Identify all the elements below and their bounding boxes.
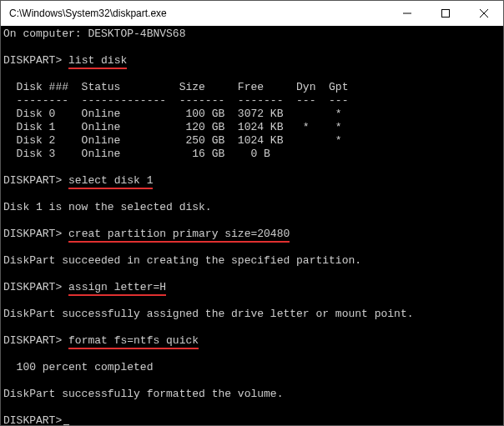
msg-create: DiskPart succeeded in creating the speci… [3, 254, 361, 267]
prompt: DISKPART> [3, 281, 62, 293]
minimize-icon [403, 9, 411, 18]
prompt: DISKPART> [3, 414, 62, 425]
titlebar[interactable]: C:\Windows\System32\diskpart.exe [1, 1, 503, 26]
prompt: DISKPART> [3, 54, 62, 67]
cmd-list-disk: list disk [68, 54, 127, 69]
table-row: Disk 3 Online 16 GB 0 B [3, 148, 270, 160]
cmd-create-partition: creat partition primary size=20480 [68, 228, 290, 243]
close-icon [480, 9, 488, 18]
msg-format: DiskPart successfully formatted the volu… [3, 388, 283, 400]
cursor [63, 424, 69, 425]
msg-progress: 100 percent completed [3, 361, 153, 373]
window-title: C:\Windows\System32\diskpart.exe [9, 8, 388, 19]
terminal-output[interactable]: On computer: DESKTOP-4BNVS68 DISKPART> l… [1, 26, 503, 425]
msg-assign: DiskPart successfully assigned the drive… [3, 308, 413, 320]
cmd-format: format fs=ntfs quick [68, 334, 199, 349]
table-divider: -------- ------------- ------- ------- -… [3, 94, 348, 107]
table-header: Disk ### Status Size Free Dyn Gpt [3, 81, 348, 93]
cmd-select-disk: select disk 1 [68, 174, 153, 189]
minimize-button[interactable] [388, 1, 426, 26]
table-row: Disk 2 Online 250 GB 1024 KB * [3, 134, 342, 147]
table-row: Disk 0 Online 100 GB 3072 KB * [3, 108, 342, 120]
maximize-icon [441, 9, 450, 18]
maximize-button[interactable] [426, 1, 465, 26]
close-button[interactable] [465, 1, 503, 26]
window-controls [388, 1, 503, 26]
prompt: DISKPART> [3, 334, 62, 347]
prompt: DISKPART> [3, 228, 62, 240]
prompt: DISKPART> [3, 174, 62, 187]
cmd-assign-letter: assign letter=H [68, 281, 166, 296]
computer-line: On computer: DESKTOP-4BNVS68 [3, 28, 185, 40]
svg-rect-1 [442, 10, 450, 18]
table-row: Disk 1 Online 120 GB 1024 KB * * [3, 121, 342, 133]
diskpart-window: C:\Windows\System32\diskpart.exe On comp… [0, 0, 504, 426]
msg-select: Disk 1 is now the selected disk. [3, 201, 212, 213]
